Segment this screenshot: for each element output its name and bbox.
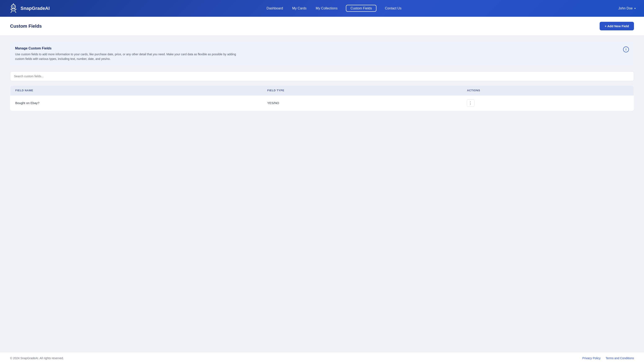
fields-table: FIELD NAMEFIELD TYPEACTIONS Bought on Eb… <box>10 85 634 111</box>
svg-point-4 <box>13 3 14 4</box>
add-new-field-button[interactable]: + Add New Field <box>600 22 634 30</box>
nav-link-contact-us[interactable]: Contact Us <box>384 5 402 11</box>
nav-item-my-cards[interactable]: My Cards <box>292 7 307 10</box>
nav-link-my-cards[interactable]: My Cards <box>292 5 307 11</box>
nav-link-dashboard[interactable]: Dashboard <box>266 5 284 11</box>
logo-text: SnapGradeAI <box>20 6 50 11</box>
user-name: John Doe <box>618 7 633 10</box>
search-input[interactable] <box>10 71 634 81</box>
nav-item-contact-us[interactable]: Contact Us <box>384 7 402 10</box>
header: SnapGradeAI DashboardMy CardsMy Collecti… <box>0 0 644 17</box>
logo[interactable]: SnapGradeAI <box>8 3 50 14</box>
page-wrapper: Manage Custom Fields Use custom fields t… <box>0 36 644 352</box>
table-body: Bought on Ebay?YES/NO⋮ <box>10 95 634 111</box>
table-col-field-type: FIELD TYPE <box>262 85 462 95</box>
table-col-field-name: FIELD NAME <box>10 85 262 95</box>
main-content: Manage Custom Fields Use custom fields t… <box>0 36 644 118</box>
row-action-button[interactable]: ⋮ <box>467 99 474 107</box>
svg-point-1 <box>12 6 13 7</box>
footer-copyright: © 2024 SnapGradeAI. All rights reserved. <box>10 356 64 360</box>
svg-line-6 <box>11 11 12 13</box>
footer-link-terms-conditions[interactable]: Terms and Conditions <box>606 356 634 360</box>
nav-link-custom-fields[interactable]: Custom Fields <box>346 5 376 12</box>
user-chevron-icon: ▾ <box>634 7 636 10</box>
field-type-cell: YES/NO <box>262 95 462 111</box>
footer-links: Privacy PolicyTerms and Conditions <box>582 356 634 360</box>
nav-link-my-collections[interactable]: My Collections <box>315 5 338 11</box>
table-col-actions: ACTIONS <box>462 85 634 95</box>
svg-rect-5 <box>12 9 15 11</box>
page-title: Custom Fields <box>10 24 42 29</box>
nav-item-custom-fields[interactable]: Custom Fields <box>346 7 376 10</box>
info-banner-heading: Manage Custom Fields <box>15 47 245 50</box>
actions-cell: ⋮ <box>462 95 634 111</box>
user-menu[interactable]: John Doe ▾ <box>618 7 636 10</box>
svg-line-7 <box>15 11 16 13</box>
info-icon[interactable]: i <box>623 47 629 52</box>
info-banner-description: Use custom fields to add more informatio… <box>15 52 245 61</box>
main-nav: DashboardMy CardsMy CollectionsCustom Fi… <box>266 7 402 10</box>
info-banner: Manage Custom Fields Use custom fields t… <box>10 42 634 66</box>
page-title-bar: Custom Fields + Add New Field <box>0 17 644 36</box>
table-row: Bought on Ebay?YES/NO⋮ <box>10 95 634 111</box>
nav-item-my-collections[interactable]: My Collections <box>315 7 338 10</box>
footer: © 2024 SnapGradeAI. All rights reserved.… <box>0 352 644 364</box>
logo-icon <box>8 3 18 14</box>
info-banner-text: Manage Custom Fields Use custom fields t… <box>15 47 245 61</box>
table-header: FIELD NAMEFIELD TYPEACTIONS <box>10 85 634 95</box>
nav-item-dashboard[interactable]: Dashboard <box>266 7 284 10</box>
footer-link-privacy-policy[interactable]: Privacy Policy <box>582 356 600 360</box>
svg-point-2 <box>14 6 15 7</box>
field-name-cell: Bought on Ebay? <box>10 95 262 111</box>
